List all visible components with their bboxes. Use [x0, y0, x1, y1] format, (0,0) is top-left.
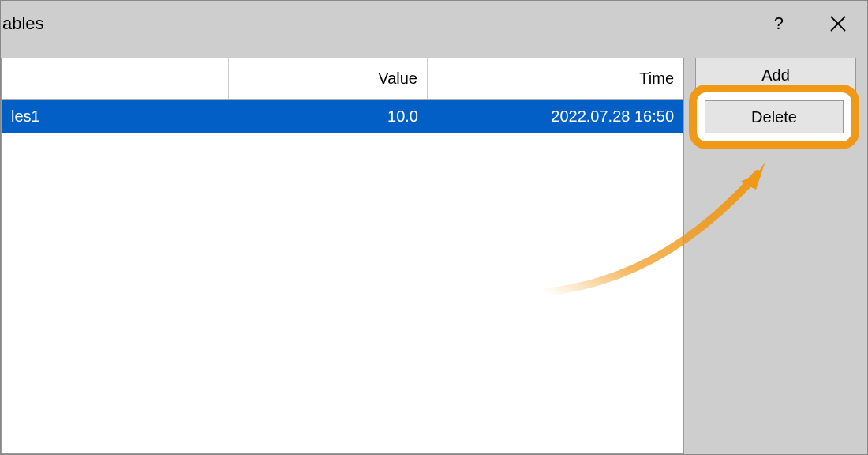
table-header: Value Time — [2, 58, 683, 100]
column-header-time[interactable]: Time — [428, 58, 683, 99]
close-icon[interactable] — [815, 9, 861, 39]
delete-button[interactable]: Delete — [705, 100, 844, 133]
column-header-name[interactable] — [2, 58, 229, 99]
table-row[interactable]: les1 10.0 2022.07.28 16:50 — [2, 100, 683, 133]
cell-name: les1 — [2, 100, 229, 133]
titlebar: ables ? — [1, 1, 867, 47]
column-header-value[interactable]: Value — [229, 58, 428, 99]
cell-value: 10.0 — [229, 100, 428, 133]
annotation-highlight: Delete — [689, 85, 859, 149]
titlebar-controls: ? — [765, 7, 861, 40]
help-icon[interactable]: ? — [765, 7, 793, 40]
dialog-window: ables ? Value Time les1 10.0 2022.07.28 … — [0, 0, 868, 455]
variables-table: Value Time les1 10.0 2022.07.28 16:50 — [1, 58, 684, 454]
cell-time: 2022.07.28 16:50 — [428, 100, 683, 133]
window-title: ables — [1, 13, 44, 34]
